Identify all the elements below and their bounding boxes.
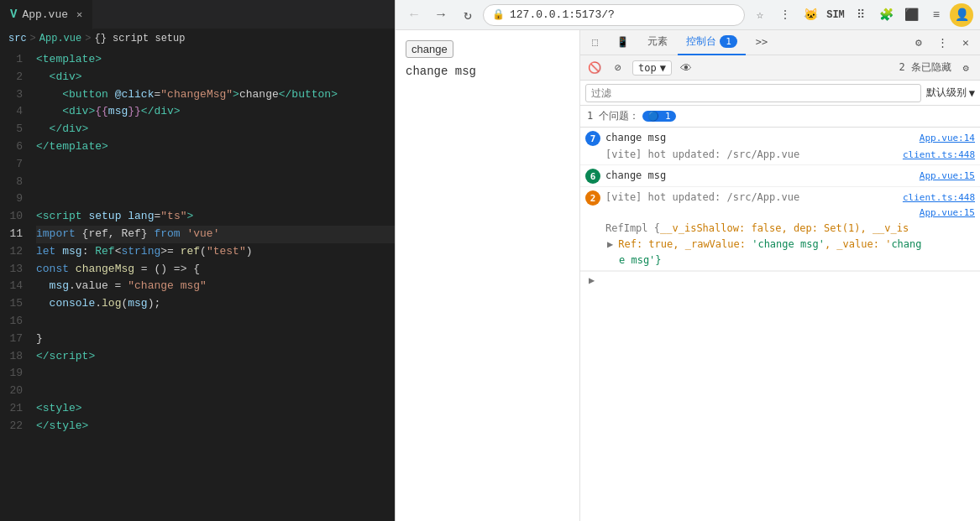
code-line-6: </template> — [36, 138, 395, 156]
editor-tab-bar: V App.vue ✕ — [0, 0, 395, 29]
inspect-icon: ⬚ — [592, 36, 598, 48]
forward-button[interactable]: → — [429, 3, 453, 27]
settings-button[interactable]: ⚙ — [908, 32, 930, 54]
line-numbers: 12345 678910 1112131415 1617181920 2122 — [0, 48, 29, 521]
tab-label: App.vue — [22, 8, 68, 21]
issues-bar: 1 个问题： 🔵 1 — [580, 106, 980, 128]
breadcrumb-script: {} script setup — [94, 33, 185, 44]
hidden-count-label: 2 条已隐藏 — [899, 60, 951, 75]
breadcrumb-sep2: > — [85, 33, 91, 44]
browser-content: change change msg ⬚ 📱 元素 控制台 1 >> — [396, 30, 980, 521]
browser-toolbar-icons: ☆ ⋮ 🐱 SIM ⠿ 🧩 ⬛ ≡ 👤 — [748, 3, 973, 27]
console-toolbar: 🚫 ⊘ top ▼ 👁 2 条已隐藏 ⚙ — [580, 55, 980, 81]
code-line-12: let msg: Ref<string>= ref("test") — [36, 243, 395, 261]
log-entry-2: 6 change msg App.vue:15 — [580, 165, 980, 187]
code-area[interactable]: <template> <div> <button @click="changeM… — [29, 48, 395, 521]
code-line-16 — [36, 313, 395, 331]
browser-toolbar: ← → ↻ 🔒 127.0.0.1:5173/? ☆ ⋮ 🐱 SIM ⠿ 🧩 ⬛… — [396, 0, 980, 30]
log-message-2: change msg — [605, 168, 666, 183]
vue-indicator: V — [10, 8, 17, 21]
devtools-tab-elements[interactable]: 元素 — [639, 30, 676, 55]
devtools-tab-more[interactable]: >> — [747, 30, 776, 55]
cast-button[interactable]: ⬛ — [899, 3, 923, 27]
sim-button[interactable]: SIM — [824, 3, 847, 27]
code-line-17: } — [36, 331, 395, 348]
level-dropdown-icon: ▼ — [969, 87, 975, 99]
extensions-button[interactable]: 🧩 — [874, 3, 898, 27]
code-line-11: import {ref, Ref} from 'vue' — [36, 226, 395, 243]
log-row-1a: change msg App.vue:14 — [605, 130, 975, 146]
tab-close-button[interactable]: ✕ — [76, 8, 82, 21]
dots-button[interactable]: ⠿ — [849, 3, 873, 27]
log-content-2: change msg App.vue:15 — [605, 168, 975, 184]
filter-toggle-button[interactable]: ⊘ — [609, 59, 627, 77]
clear-console-button[interactable]: 🚫 — [585, 59, 604, 77]
code-line-7 — [36, 156, 395, 174]
expand-arrow-3[interactable]: ▶ — [605, 237, 615, 252]
log-row-3a: [vite] hot updated: /src/App.vue client.… — [605, 190, 975, 206]
devtools-tab-device[interactable]: 📱 — [608, 30, 637, 55]
bottom-expand-arrow[interactable]: ▶ — [587, 274, 596, 286]
level-selector[interactable]: 默认级别 ▼ — [926, 86, 975, 100]
devtools-tab-console[interactable]: 控制台 1 — [678, 30, 746, 55]
log-source-2[interactable]: App.vue:15 — [920, 169, 975, 184]
log-message-1: change msg — [605, 130, 666, 145]
filter-bar: 默认级别 ▼ — [580, 81, 980, 106]
menu-button[interactable]: ≡ — [925, 3, 948, 27]
breadcrumb-appvue[interactable]: App.vue — [39, 33, 81, 44]
elements-label: 元素 — [647, 34, 668, 49]
code-line-22: </style> — [36, 418, 395, 435]
editor-tab-app-vue[interactable]: V App.vue ✕ — [0, 0, 93, 29]
close-devtools-button[interactable]: ✕ — [955, 32, 977, 54]
eye-button[interactable]: 👁 — [677, 59, 695, 77]
context-selector[interactable]: top ▼ — [632, 60, 672, 76]
log-source-1[interactable]: App.vue:14 — [920, 132, 975, 146]
bookmark-button[interactable]: ☆ — [748, 3, 772, 27]
change-button[interactable]: change — [406, 40, 453, 58]
profile-button[interactable]: 👤 — [950, 3, 973, 27]
webpage-text: change msg — [406, 65, 569, 78]
log-badge-6: 6 — [585, 169, 600, 184]
secure-icon: 🔒 — [492, 8, 505, 21]
more-options-button[interactable]: ⋮ — [931, 32, 953, 54]
log-expand-3: Ref: true, _rawValue: 'change msg', _val… — [618, 237, 921, 252]
browser-panel: ← → ↻ 🔒 127.0.0.1:5173/? ☆ ⋮ 🐱 SIM ⠿ 🧩 ⬛… — [395, 0, 980, 521]
breadcrumb: src > App.vue > {} script setup — [0, 29, 395, 48]
log-content-3: [vite] hot updated: /src/App.vue client.… — [605, 190, 975, 268]
filter-input[interactable] — [585, 84, 921, 102]
issues-count: 1 — [665, 111, 671, 122]
log-entry-1: 7 change msg App.vue:14 [vite] hot updat… — [580, 128, 980, 165]
log-source-3[interactable]: client.ts:448 — [903, 191, 975, 206]
editor-panel: V App.vue ✕ src > App.vue > {} script se… — [0, 0, 395, 521]
log-source-3b[interactable]: App.vue:15 — [920, 206, 975, 221]
breadcrumb-src[interactable]: src — [8, 33, 27, 44]
code-line-13: const changeMsg = () => { — [36, 261, 395, 279]
log-row-3b: App.vue:15 — [605, 206, 975, 221]
console-label: 控制台 — [686, 34, 716, 49]
log-detail-3: RefImpl {__v_isShallow: false, dep: Set(… — [605, 221, 909, 236]
code-line-5: </div> — [36, 121, 395, 138]
log-row-3e: e msg'} — [605, 253, 975, 268]
level-label: 默认级别 — [926, 86, 967, 100]
gear-settings-button[interactable]: ⚙ — [956, 59, 975, 77]
code-line-21: <style> — [36, 400, 395, 418]
code-line-9 — [36, 190, 395, 208]
back-button[interactable]: ← — [402, 3, 426, 27]
code-line-8 — [36, 174, 395, 191]
devtools-tab-inspect[interactable]: ⬚ — [584, 30, 606, 55]
code-line-4: <div>{{msg}}</div> — [36, 103, 395, 121]
device-icon: 📱 — [616, 36, 629, 48]
log-row-3d: ▶ Ref: true, _rawValue: 'change msg', _v… — [605, 237, 975, 252]
address-bar[interactable]: 🔒 127.0.0.1:5173/? — [483, 4, 745, 26]
devtools-tab-icons: ⚙ ⋮ ✕ — [908, 32, 977, 54]
log-source-1b[interactable]: client.ts:448 — [903, 148, 975, 163]
editor-content: 12345 678910 1112131415 1617181920 2122 … — [0, 48, 395, 521]
log-expand-3e: e msg'} — [619, 253, 662, 268]
code-line-20 — [36, 383, 395, 400]
code-line-3: <button @click="changeMsg">change</butto… — [36, 86, 395, 104]
emoji-button[interactable]: 🐱 — [799, 3, 822, 27]
reload-button[interactable]: ↻ — [456, 3, 480, 27]
issues-badge: 🔵 1 — [642, 111, 675, 122]
profile-options-button[interactable]: ⋮ — [773, 3, 797, 27]
console-badge: 1 — [720, 35, 737, 48]
